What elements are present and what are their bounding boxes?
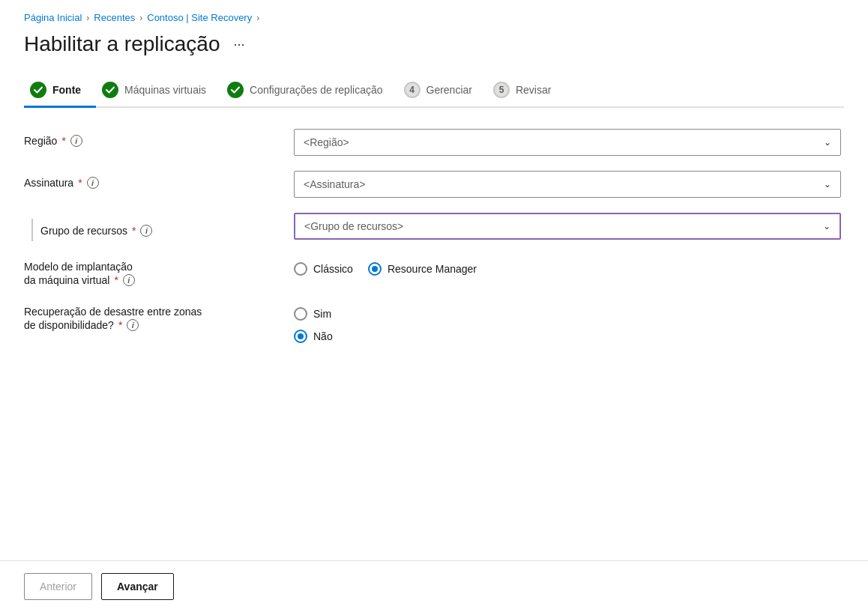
tab-revisar[interactable]: 5 Revisar: [487, 74, 566, 108]
tab-label-gerenciar: Gerenciar: [427, 84, 472, 96]
previous-button[interactable]: Anterior: [24, 573, 92, 600]
deployment-classico-option[interactable]: Clássico: [294, 262, 353, 276]
disaster-recovery-sim-option[interactable]: Sim: [294, 307, 844, 321]
deployment-model-info-icon[interactable]: i: [123, 274, 135, 286]
subscription-placeholder: <Assinatura>: [304, 178, 366, 190]
resource-group-row: Grupo de recursos * i <Grupo de recursos…: [24, 213, 844, 241]
region-label: Região: [24, 135, 57, 147]
tab-icon-maquinas: [102, 82, 118, 98]
deployment-resource-manager-radio[interactable]: [368, 262, 382, 276]
region-dropdown[interactable]: <Região> ⌄: [294, 129, 841, 156]
tab-maquinas[interactable]: Máquinas virtuais: [96, 74, 221, 108]
disaster-recovery-info-icon[interactable]: i: [127, 319, 139, 331]
disaster-recovery-nao-option[interactable]: Não: [294, 330, 844, 343]
resource-group-dropdown[interactable]: <Grupo de recursos> ⌄: [294, 213, 841, 240]
tab-icon-revisar: 5: [493, 82, 510, 98]
disaster-recovery-nao-label: Não: [313, 330, 333, 342]
tab-icon-gerenciar: 4: [404, 82, 421, 98]
tab-label-maquinas: Máquinas virtuais: [124, 84, 206, 96]
next-button[interactable]: Avançar: [101, 573, 174, 600]
deployment-classico-radio[interactable]: [294, 262, 307, 276]
deployment-model-row: Modelo de implantação da máquina virtual…: [24, 256, 844, 286]
deployment-resource-manager-option[interactable]: Resource Manager: [368, 262, 477, 276]
breadcrumb: Página Inicial › Recentes › Contoso | Si…: [24, 12, 844, 23]
region-info-icon[interactable]: i: [70, 135, 82, 147]
form-section: Região * i <Região> ⌄ Assinatura * i <As…: [24, 129, 844, 343]
deployment-model-required: *: [114, 274, 118, 286]
region-required: *: [61, 135, 65, 147]
disaster-recovery-nao-radio[interactable]: [294, 330, 307, 343]
tab-label-configuracoes: Configurações de replicação: [250, 84, 382, 96]
region-row: Região * i <Região> ⌄: [24, 129, 844, 156]
disaster-recovery-sim-label: Sim: [313, 308, 331, 320]
region-placeholder: <Região>: [304, 136, 349, 148]
tab-icon-fonte: [30, 82, 46, 98]
deployment-resource-manager-label: Resource Manager: [388, 263, 477, 275]
subscription-chevron-icon: ⌄: [824, 179, 831, 190]
breadcrumb-contoso[interactable]: Contoso | Site Recovery: [147, 12, 252, 23]
subscription-required: *: [78, 177, 82, 189]
tab-icon-configuracoes: [227, 82, 244, 98]
disaster-recovery-label2: de disponibilidade?: [24, 319, 114, 331]
more-options-button[interactable]: ···: [229, 34, 249, 55]
tab-configuracoes[interactable]: Configurações de replicação: [221, 74, 397, 108]
resource-group-label: Grupo de recursos: [40, 225, 127, 237]
region-chevron-icon: ⌄: [824, 137, 831, 148]
subscription-label: Assinatura: [24, 177, 73, 189]
breadcrumb-sep-2: ›: [139, 13, 142, 23]
subscription-info-icon[interactable]: i: [87, 177, 99, 189]
breadcrumb-sep-1: ›: [86, 13, 89, 23]
resource-group-info-icon[interactable]: i: [140, 225, 152, 237]
tab-gerenciar[interactable]: 4 Gerenciar: [398, 74, 487, 108]
indent-line: [31, 219, 33, 241]
disaster-recovery-row: Recuperação de desastre entre zonas de d…: [24, 301, 844, 343]
deployment-model-label2: da máquina virtual: [24, 274, 109, 286]
disaster-recovery-required: *: [118, 319, 122, 331]
deployment-classico-label: Clássico: [313, 263, 353, 275]
deployment-model-radio-group: Clássico Resource Manager: [294, 262, 844, 276]
deployment-model-label: Modelo de implantação: [24, 261, 133, 273]
breadcrumb-home[interactable]: Página Inicial: [24, 12, 82, 23]
page-title: Habilitar a replicação: [24, 32, 220, 56]
tab-label-fonte: Fonte: [52, 84, 81, 96]
resource-group-placeholder: <Grupo de recursos>: [304, 220, 403, 232]
subscription-row: Assinatura * i <Assinatura> ⌄: [24, 171, 844, 198]
breadcrumb-recentes[interactable]: Recentes: [94, 12, 135, 23]
disaster-recovery-radio-group: Sim Não: [294, 307, 844, 343]
disaster-recovery-label: Recuperação de desastre entre zonas: [24, 306, 202, 318]
disaster-recovery-sim-radio[interactable]: [294, 307, 307, 321]
tab-label-revisar: Revisar: [516, 84, 551, 96]
breadcrumb-sep-3: ›: [256, 13, 259, 23]
tab-fonte[interactable]: Fonte: [24, 74, 96, 108]
bottom-bar: Anterior Avançar: [0, 560, 868, 612]
resource-group-chevron-icon: ⌄: [823, 221, 831, 231]
subscription-dropdown[interactable]: <Assinatura> ⌄: [294, 171, 841, 198]
resource-group-required: *: [132, 225, 136, 237]
wizard-tabs: Fonte Máquinas virtuais Configurações de…: [24, 74, 844, 108]
